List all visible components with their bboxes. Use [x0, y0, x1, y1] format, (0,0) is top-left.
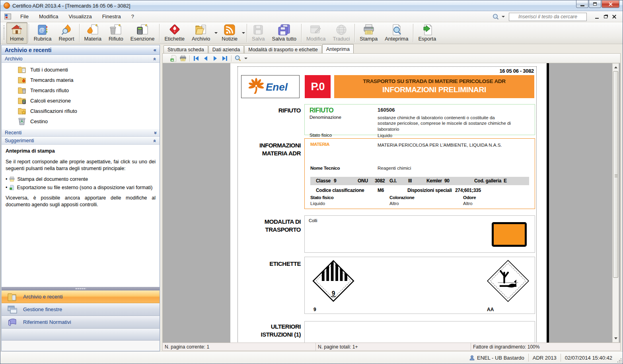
preview-viewport[interactable]: 16 05 06 - 3082 [162, 63, 621, 343]
archivio-button[interactable]: Archivio [188, 22, 214, 44]
chevron-up-icon[interactable]: « [152, 57, 158, 60]
recycle-bin-icon [18, 117, 26, 125]
mdi-minimize-icon [595, 18, 599, 19]
menu-file[interactable]: File [15, 12, 34, 21]
notizie-dropdown-arrow-icon[interactable] [241, 22, 245, 44]
tree-item-calcoli-esenzione[interactable]: Calcoli esenzione [2, 95, 160, 106]
preview-print-button[interactable] [178, 54, 188, 62]
chevron-down-icon[interactable]: « [152, 131, 158, 134]
svg-text:3: 3 [174, 30, 175, 33]
mdi-restore-icon [604, 15, 607, 18]
section-archivio[interactable]: Archivio « [2, 55, 160, 63]
nav-gestione-finestre[interactable]: Gestione finestre [2, 303, 160, 316]
tree-item-cestino[interactable]: Cestino [2, 116, 160, 126]
home-button[interactable]: Home [6, 22, 27, 44]
rifiuto-button[interactable]: Rifiuto [105, 22, 127, 44]
materia-stato-value: Liquido [310, 201, 325, 206]
rubrica-button[interactable]: @ Rubrica [30, 22, 55, 44]
menu-visualizza[interactable]: Visualizza [63, 12, 97, 21]
printer-small-icon [9, 176, 15, 182]
kemler-label: Kemler [426, 178, 442, 184]
next-page-button[interactable] [210, 54, 220, 62]
sidebar-splitter[interactable] [2, 287, 160, 290]
folder-documents-icon [18, 66, 26, 74]
section-suggerimenti[interactable]: Suggerimenti « [2, 137, 160, 145]
sidebar-panel: Archivio e recenti « Archivio « Tutti i … [1, 45, 160, 351]
search-options-arrow-icon[interactable] [502, 16, 505, 17]
report-button[interactable]: Report [55, 22, 78, 44]
status-user: ENEL - UB Bastardo [465, 354, 528, 362]
search-icon[interactable] [491, 13, 500, 20]
section-recenti[interactable]: Recenti « [2, 129, 160, 137]
mdi-close-icon [612, 15, 616, 19]
scroll-down-button[interactable] [613, 335, 618, 341]
search-input[interactable] [509, 13, 587, 21]
notizie-button[interactable]: Notizie [218, 22, 241, 44]
archivio-dropdown-arrow-icon[interactable] [214, 22, 218, 44]
printer-icon [179, 55, 187, 62]
traduci-button[interactable]: Traduci [329, 22, 353, 44]
scroll-up-button[interactable] [613, 64, 618, 70]
toolbar-grip[interactable] [3, 25, 6, 41]
document-number: 16 05 06 - 3082 [499, 68, 534, 74]
chevron-up-icon[interactable]: « [152, 139, 158, 142]
mdi-minimize-button[interactable] [592, 13, 601, 21]
preview-export-button[interactable] [169, 54, 178, 62]
zoom-dropdown-arrow-icon[interactable] [244, 58, 247, 59]
nome-tecnico-label: Nome Tecnico [310, 166, 340, 170]
mdi-close-button[interactable] [610, 13, 619, 21]
gi-label: G.I. [389, 178, 397, 184]
menu-finestra[interactable]: Finestra [97, 12, 126, 21]
last-page-button[interactable] [220, 54, 230, 62]
resize-grip[interactable] [617, 358, 622, 363]
previous-page-button[interactable] [201, 54, 210, 62]
window-restore-button[interactable] [589, 0, 601, 8]
tree-item-classificazioni-rifiuto[interactable]: Classificazioni rifiuto [2, 106, 160, 116]
main-content: Struttura scheda Dati azienda Modalità d… [162, 44, 621, 351]
tree-item-tremcards-rifiuto[interactable]: Tremcards rifiuto [2, 85, 160, 95]
export-document-icon [170, 55, 177, 62]
sidebar-collapse-icon[interactable]: « [154, 47, 156, 53]
tab-anteprima[interactable]: Anteprima [322, 44, 354, 53]
class9-number: 9 [332, 290, 335, 297]
tree-item-tremcards-materia[interactable]: Tremcards materia [2, 75, 160, 85]
scroll-up-icon [614, 66, 617, 68]
modifica-button[interactable]: Modifica [303, 22, 329, 44]
salva-button[interactable]: Salva [248, 22, 269, 44]
nav-archivio-e-recenti[interactable]: Archivio e recenti [2, 290, 160, 303]
tree-item-tutti-documenti[interactable]: Tutti i documenti [2, 64, 160, 75]
first-page-button[interactable] [191, 54, 201, 62]
scrollbar-grip-icon [615, 174, 617, 177]
folder-flame-icon [18, 76, 26, 84]
salva-tutto-button[interactable]: Salva tutto [269, 22, 300, 44]
tab-modalita-trasporto[interactable]: Modalità di trasporto e etichette [244, 45, 321, 53]
anteprima-button[interactable]: Anteprima [381, 22, 412, 44]
status-regulation: ADR 2013 [528, 354, 561, 362]
window-minimize-button[interactable] [576, 0, 588, 8]
address-book-icon: @ [37, 24, 49, 36]
status-bar: ENEL - UB Bastardo ADR 2013 02/07/2014 1… [0, 351, 623, 364]
esporta-button[interactable]: Esporta [415, 22, 440, 44]
stampa-button[interactable]: Stampa [356, 22, 381, 44]
vertical-scrollbar[interactable] [612, 63, 619, 343]
esenzione-button[interactable]: Esenzione [127, 22, 158, 44]
menu-help[interactable]: ? [126, 12, 139, 21]
classificazione-row: Codice classificazione M6 Disposizioni s… [310, 186, 529, 194]
scrollbar-thumb[interactable] [613, 71, 618, 278]
tab-dati-azienda[interactable]: Dati azienda [208, 45, 244, 53]
folder-calculator-icon [18, 97, 26, 105]
rubrica-label: Rubrica [34, 36, 52, 42]
trasporto-box: Colli [304, 215, 535, 253]
menu-modifica[interactable]: Modifica [34, 12, 63, 21]
tips-intro: Se il report corrisponde alle proprie as… [6, 159, 156, 172]
nav-riferimenti-normativi[interactable]: Riferimenti Normativi [2, 316, 160, 329]
etichette-button[interactable]: 3 Etichette [161, 22, 188, 44]
procedure-code-badge: P.0 [305, 75, 331, 98]
mdi-restore-button[interactable] [601, 13, 610, 21]
codice-classificazione-label: Codice classificazione [316, 188, 364, 193]
tab-struttura-scheda[interactable]: Struttura scheda [164, 45, 208, 53]
materia-button[interactable]: Materia [81, 22, 105, 44]
kemler-value: 90 [444, 178, 450, 184]
zoom-button[interactable] [233, 54, 243, 62]
window-close-button[interactable] [602, 0, 619, 8]
